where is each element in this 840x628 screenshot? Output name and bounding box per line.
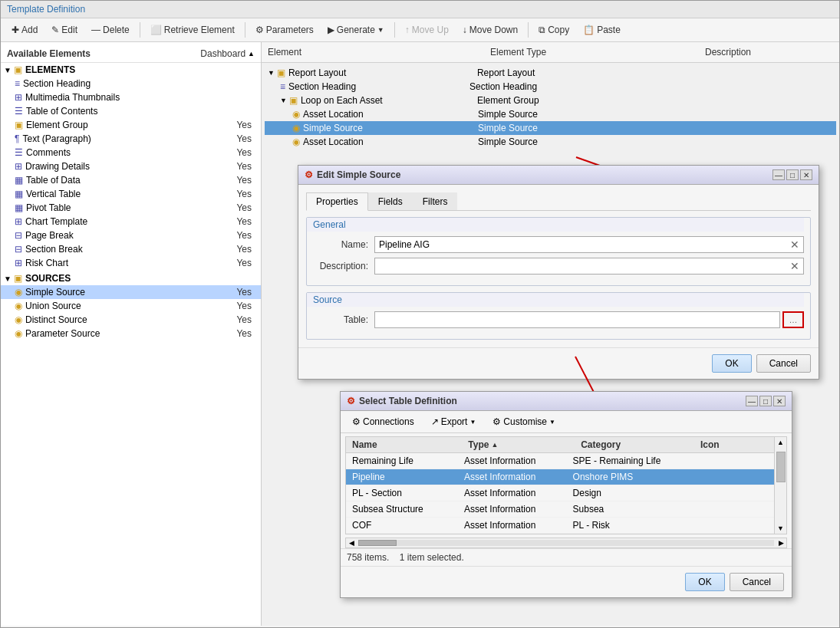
pivot-table-item[interactable]: ▦ Pivot Table Yes bbox=[1, 201, 261, 215]
parameter-source-icon: ◉ bbox=[15, 328, 22, 339]
export-button[interactable]: ↗ Export ▼ bbox=[426, 414, 482, 429]
name-input[interactable]: Pipeline AIG ✕ bbox=[374, 236, 804, 253]
select-close-button[interactable]: ✕ bbox=[773, 396, 786, 406]
close-button[interactable]: ✕ bbox=[800, 169, 812, 180]
browse-button[interactable]: … bbox=[782, 311, 804, 328]
table-row-subsea[interactable]: Subsea Structure Asset Information Subse… bbox=[346, 501, 786, 518]
maximize-button[interactable]: □ bbox=[786, 169, 799, 180]
risk-chart-item[interactable]: ⊞ Risk Chart Yes bbox=[1, 256, 261, 270]
pipeline-type: Asset Information bbox=[464, 471, 573, 483]
distinct-source-item[interactable]: ◉ Distinct Source Yes bbox=[1, 313, 261, 327]
table-row-remaining-life[interactable]: Remaining Life Asset Information SPE - R… bbox=[346, 453, 786, 469]
delete-button[interactable]: — Delete bbox=[85, 21, 136, 38]
general-section-header: General bbox=[313, 219, 346, 230]
asset-location-row1[interactable]: ◉ Asset Location Simple Source bbox=[265, 107, 836, 121]
multimedia-item[interactable]: ⊞ Multimedia Thumbnails bbox=[1, 90, 261, 104]
parameters-button[interactable]: ⚙ Parameters bbox=[249, 21, 320, 38]
move-down-button[interactable]: ↓ Move Down bbox=[456, 21, 524, 38]
simple-source-yes: Yes bbox=[236, 287, 258, 298]
table-row-pl-section[interactable]: PL - Section Asset Information Design bbox=[346, 485, 786, 501]
text-paragraph-icon: ¶ bbox=[15, 133, 19, 144]
table-input[interactable] bbox=[374, 311, 780, 328]
select-minimize-button[interactable]: — bbox=[746, 396, 758, 406]
loop-row[interactable]: ▼ ▣ Loop on Each Asset Element Group bbox=[265, 94, 836, 107]
element-group-yes: Yes bbox=[236, 120, 258, 130]
vertical-table-item[interactable]: ▦ Vertical Table Yes bbox=[1, 187, 261, 201]
chart-template-item[interactable]: ⊞ Chart Template Yes bbox=[1, 215, 261, 229]
section-heading-item[interactable]: ≡ Section Heading bbox=[1, 77, 261, 90]
asset-location-row2[interactable]: ◉ Asset Location Simple Source bbox=[265, 135, 836, 149]
table-row-cof[interactable]: COF Asset Information PL - Risk bbox=[346, 518, 786, 534]
name-clear-btn[interactable]: ✕ bbox=[790, 238, 799, 251]
description-clear-btn[interactable]: ✕ bbox=[790, 260, 799, 272]
drawing-icon: ⊞ bbox=[15, 161, 22, 172]
hscroll-right-btn[interactable]: ▶ bbox=[776, 538, 786, 548]
description-input[interactable]: ✕ bbox=[374, 258, 804, 275]
retrieve-button[interactable]: ⬜ Retrieve Element bbox=[144, 21, 241, 38]
rl-folder-icon: ▣ bbox=[277, 67, 285, 78]
edit-button[interactable]: ✎ Edit bbox=[45, 21, 84, 38]
customise-button[interactable]: ⚙ Customise ▼ bbox=[487, 414, 561, 429]
scroll-thumb[interactable] bbox=[776, 452, 786, 482]
move-down-icon: ↓ bbox=[463, 25, 467, 35]
table-row-pipeline[interactable]: Pipeline Asset Information Onshore PIMS bbox=[346, 469, 786, 485]
page-break-item[interactable]: ⊟ Page Break Yes bbox=[1, 229, 261, 242]
select-maximize-button[interactable]: □ bbox=[759, 396, 772, 406]
section-heading-row[interactable]: ≡ Section Heading Section Heading bbox=[265, 80, 836, 94]
text-paragraph-item[interactable]: ¶ Text (Paragraph) Yes bbox=[1, 132, 261, 146]
parameter-source-item[interactable]: ◉ Parameter Source Yes bbox=[1, 327, 261, 340]
comments-icon: ☰ bbox=[15, 147, 23, 158]
paste-button[interactable]: 📋 Paste bbox=[577, 21, 627, 38]
report-tree: ▼ ▣ Report Layout Report Layout ≡ Sectio… bbox=[262, 63, 839, 152]
cof-type: Asset Information bbox=[464, 519, 573, 531]
remaining-life-type: Asset Information bbox=[464, 455, 573, 467]
parameters-icon: ⚙ bbox=[255, 25, 264, 35]
select-cancel-button[interactable]: Cancel bbox=[730, 573, 784, 591]
simple-source-rpt-label: Simple Source bbox=[303, 123, 478, 133]
connections-button[interactable]: ⚙ Connections bbox=[347, 414, 420, 429]
hscroll-left-btn[interactable]: ◀ bbox=[346, 538, 357, 548]
simple-source-row[interactable]: ◉ Simple Source Simple Source bbox=[265, 121, 836, 135]
sources-group-item[interactable]: ▼ ▣ SOURCES bbox=[1, 271, 261, 285]
edit-cancel-button[interactable]: Cancel bbox=[756, 354, 811, 373]
subsea-cat: Subsea bbox=[573, 503, 688, 515]
table-data-item[interactable]: ▦ Table of Data Yes bbox=[1, 173, 261, 187]
tab-properties[interactable]: Properties bbox=[306, 192, 368, 211]
parameter-source-label: Parameter Source bbox=[25, 328, 236, 339]
select-dialog-title-text: ⚙ Select Table Definition bbox=[347, 396, 457, 406]
elements-group-item[interactable]: ▼ ▣ ELEMENTS bbox=[1, 63, 261, 77]
tab-filters[interactable]: Filters bbox=[413, 192, 458, 210]
toc-item[interactable]: ☰ Table of Contents bbox=[1, 104, 261, 118]
generate-button[interactable]: ▶ Generate ▼ bbox=[321, 21, 390, 38]
report-layout-row[interactable]: ▼ ▣ Report Layout Report Layout bbox=[265, 66, 836, 80]
scroll-down-btn[interactable]: ▼ bbox=[775, 523, 786, 534]
section-break-item[interactable]: ⊟ Section Break Yes bbox=[1, 242, 261, 256]
distinct-source-yes: Yes bbox=[236, 314, 258, 325]
description-label: Description: bbox=[313, 261, 374, 271]
scroll-up-btn[interactable]: ▲ bbox=[775, 437, 786, 448]
drawing-item[interactable]: ⊞ Drawing Details Yes bbox=[1, 159, 261, 173]
dashboard-sort-icon: ▲ bbox=[248, 50, 255, 58]
comments-item[interactable]: ☰ Comments Yes bbox=[1, 146, 261, 159]
add-button[interactable]: ✚ Add bbox=[5, 21, 44, 38]
vertical-scrollbar[interactable]: ▲ ▼ bbox=[774, 437, 786, 534]
simple-source-icon: ◉ bbox=[15, 287, 22, 298]
tab-fields[interactable]: Fields bbox=[368, 192, 413, 210]
simple-source-item[interactable]: ◉ Simple Source Yes bbox=[1, 285, 261, 299]
select-ok-button[interactable]: OK bbox=[685, 573, 724, 591]
page-break-label: Page Break bbox=[25, 230, 236, 241]
horizontal-scrollbar[interactable]: ◀ ▶ bbox=[345, 538, 787, 548]
copy-button[interactable]: ⧉ Copy bbox=[532, 21, 575, 38]
edit-ok-button[interactable]: OK bbox=[712, 354, 751, 373]
minimize-button[interactable]: — bbox=[772, 169, 785, 180]
item-count: 758 items. bbox=[347, 552, 389, 563]
move-up-button[interactable]: ↑ Move Up bbox=[399, 21, 455, 38]
hscroll-thumb[interactable] bbox=[358, 540, 397, 546]
customise-dropdown-icon: ▼ bbox=[549, 419, 555, 426]
union-source-item[interactable]: ◉ Union Source Yes bbox=[1, 299, 261, 313]
pipeline-name: Pipeline bbox=[352, 471, 464, 483]
table-label: Table: bbox=[313, 314, 374, 325]
element-group-item[interactable]: ▣ Element Group Yes bbox=[1, 118, 261, 132]
pl-section-type: Asset Information bbox=[464, 487, 573, 499]
section-heading-icon: ≡ bbox=[15, 78, 20, 89]
